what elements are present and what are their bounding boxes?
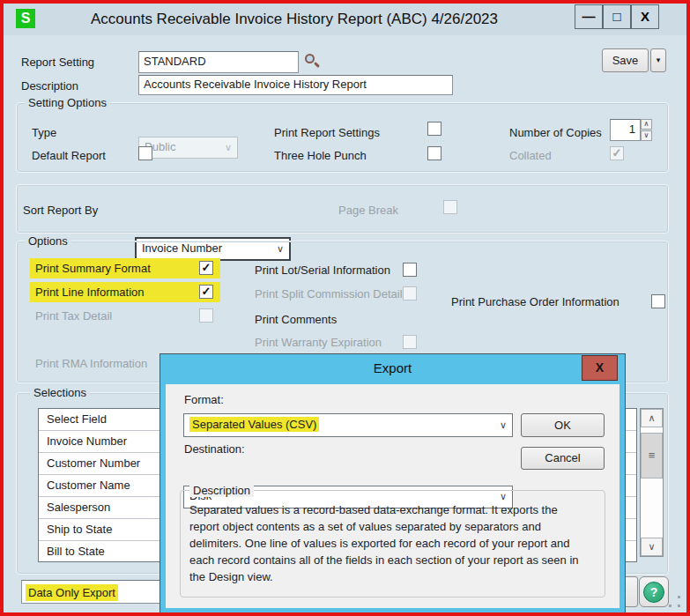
ok-button[interactable]: OK xyxy=(521,413,605,437)
export-dialog-titlebar[interactable]: Export xyxy=(160,354,625,384)
print-summary-format-checkbox[interactable]: ✓ xyxy=(199,261,213,275)
print-line-information-label: Print Line Information xyxy=(35,286,145,299)
save-menu-button[interactable]: ▾ xyxy=(650,48,666,72)
description-text: Separated values is a record-based data-… xyxy=(188,501,597,518)
scroll-down-icon[interactable]: ∨ xyxy=(641,538,663,556)
printer-select[interactable]: Data Only Export xyxy=(21,580,160,604)
format-label: Format: xyxy=(184,393,224,406)
export-dialog-title: Export xyxy=(374,360,412,375)
chevron-down-icon: ∨ xyxy=(225,141,232,152)
default-report-checkbox[interactable] xyxy=(138,146,152,160)
scroll-up-icon[interactable]: ∧ xyxy=(641,409,663,427)
title-bar[interactable]: S Accounts Receivable Invoice History Re… xyxy=(4,4,686,35)
description-text: delimiters. One line of values is export… xyxy=(188,535,597,552)
three-hole-punch-label: Three Hole Punch xyxy=(274,149,367,162)
number-of-copies-input[interactable]: 1 xyxy=(610,119,641,141)
print-summary-format-label: Print Summary Format xyxy=(35,262,151,275)
print-purchase-order-checkbox[interactable] xyxy=(651,294,665,308)
report-setting-label: Report Setting xyxy=(21,56,94,69)
print-tax-detail-label: Print Tax Detail xyxy=(35,309,112,323)
selections-scrollbar[interactable]: ∧ ≡ ∨ xyxy=(640,408,664,557)
collated-checkbox: ✓ xyxy=(610,146,624,160)
copies-spin-down[interactable]: ∨ xyxy=(641,130,652,141)
type-select: Public ∨ xyxy=(138,137,238,159)
search-icon[interactable] xyxy=(303,53,321,71)
scrollbar-thumb[interactable]: ≡ xyxy=(641,433,663,479)
print-warranty-checkbox xyxy=(403,335,417,349)
window-title: Accounts Receivable Invoice History Repo… xyxy=(4,11,585,28)
format-value: Separated Values (CSV) xyxy=(189,417,319,432)
print-lot-serial-label: Print Lot/Serial Information xyxy=(255,263,390,277)
print-purchase-order-label: Print Purchase Order Information xyxy=(451,295,620,308)
search-lens xyxy=(305,54,315,63)
selections-title: Selections xyxy=(30,386,90,399)
description-input[interactable]: Accounts Receivable Invoice History Repo… xyxy=(138,75,453,95)
report-setting-input[interactable]: STANDARD xyxy=(138,51,299,73)
description-text: each record contains all of the fields i… xyxy=(188,552,597,568)
options-title: Options xyxy=(25,234,71,248)
print-split-commission-label: Print Split Commission Detail xyxy=(255,287,403,301)
print-report-settings-label: Print Report Settings xyxy=(274,126,380,139)
close-button[interactable]: X xyxy=(631,4,659,29)
save-button[interactable]: Save xyxy=(602,48,649,72)
format-select[interactable]: Separated Values (CSV) ∨ xyxy=(183,413,513,437)
print-lot-serial-checkbox[interactable] xyxy=(403,263,417,277)
export-dialog: Export X Format: Separated Values (CSV) … xyxy=(160,354,625,613)
maximize-button[interactable]: □ xyxy=(603,4,631,29)
app-window: S Accounts Receivable Invoice History Re… xyxy=(0,0,690,616)
resize-grip[interactable] xyxy=(669,596,681,608)
destination-label: Destination: xyxy=(184,442,245,456)
print-report-settings-checkbox[interactable] xyxy=(427,122,441,136)
cancel-button[interactable]: Cancel xyxy=(521,447,605,470)
print-rma-information-label: Print RMA Information xyxy=(35,357,147,370)
copies-spin-up[interactable]: ∧ xyxy=(641,119,652,130)
minimize-button[interactable]: — xyxy=(575,4,603,29)
type-label: Type xyxy=(32,126,56,139)
help-button[interactable]: ? xyxy=(639,576,669,607)
print-tax-detail-checkbox xyxy=(199,308,213,323)
setting-options-title: Setting Options xyxy=(25,96,110,109)
print-comments-label: Print Comments xyxy=(255,313,337,326)
export-close-button[interactable]: X xyxy=(582,355,618,381)
description-text: the Design view. xyxy=(188,568,597,585)
sort-report-by-label: Sort Report By xyxy=(23,204,98,217)
default-report-label: Default Report xyxy=(32,149,106,162)
print-line-information-checkbox[interactable]: ✓ xyxy=(199,285,213,299)
help-icon: ? xyxy=(643,582,664,603)
print-warranty-label: Print Warranty Expiration xyxy=(255,336,382,349)
page-break-label: Page Break xyxy=(338,204,398,217)
page-break-checkbox xyxy=(443,200,457,214)
printer-value: Data Only Export xyxy=(26,584,118,601)
number-of-copies-label: Number of Copies xyxy=(509,126,602,139)
chevron-down-icon: ∨ xyxy=(500,419,507,430)
three-hole-punch-checkbox[interactable] xyxy=(427,146,441,160)
collated-label: Collated xyxy=(509,149,552,162)
search-handle xyxy=(314,62,320,68)
export-description-title: Description xyxy=(189,484,254,497)
print-split-commission-checkbox xyxy=(403,286,417,301)
export-description-group: Description Separated values is a record… xyxy=(180,490,605,597)
description-text: report object contents as a set of value… xyxy=(188,518,597,535)
description-label: Description xyxy=(21,79,78,93)
